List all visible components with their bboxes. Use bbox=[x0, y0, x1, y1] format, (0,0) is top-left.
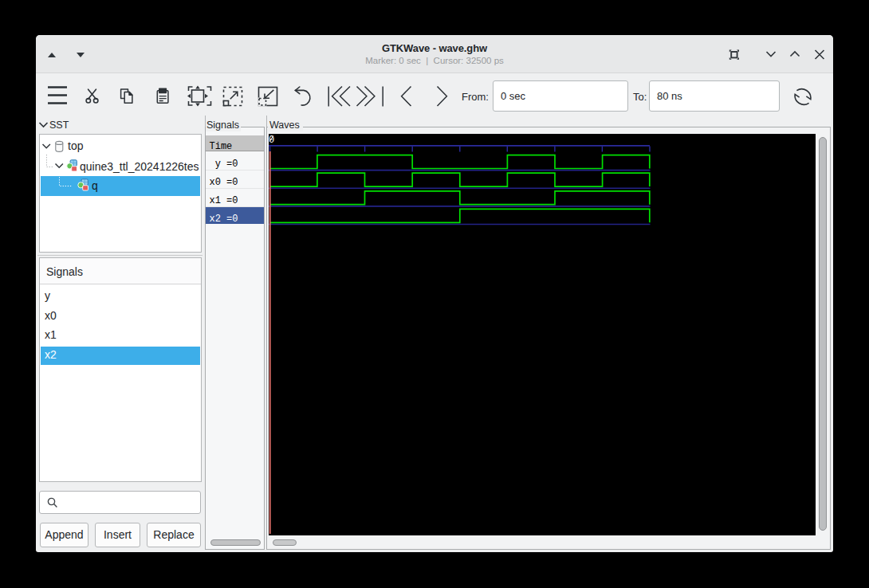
svg-text:0: 0 bbox=[269, 135, 274, 146]
